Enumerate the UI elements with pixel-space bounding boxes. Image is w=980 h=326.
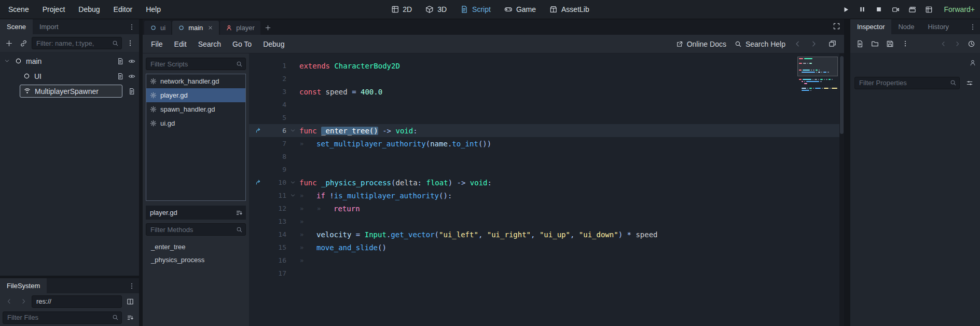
minimap-viewport[interactable]: [797, 57, 838, 76]
workspace-2d[interactable]: 2D: [385, 3, 418, 16]
script-item-player-gd[interactable]: player.gd: [146, 88, 245, 102]
tab-scene[interactable]: Scene: [0, 19, 33, 34]
filter-methods-input[interactable]: [146, 223, 246, 236]
property-options-button[interactable]: [963, 76, 976, 89]
vertical-scrollbar[interactable]: [839, 53, 844, 326]
code-line-2[interactable]: 2: [249, 72, 844, 85]
code-line-1[interactable]: 1extends CharacterBody2D: [249, 59, 844, 72]
scene-filter-input[interactable]: [32, 37, 122, 49]
script-item-spawn-handler-gd[interactable]: spawn_handler.gd: [146, 102, 245, 116]
code-line-16[interactable]: 16»: [249, 254, 844, 267]
movie-mode-button[interactable]: [888, 3, 903, 17]
current-path-field[interactable]: [32, 295, 122, 308]
pause-button[interactable]: [854, 3, 870, 17]
workspace-3d[interactable]: 3D: [420, 3, 452, 16]
method-sort-button[interactable]: [236, 209, 243, 216]
scene-node-multiplayerspawner[interactable]: MultiplayerSpawner: [0, 84, 139, 99]
history-back-button[interactable]: [3, 295, 16, 308]
distraction-free-button[interactable]: [833, 22, 840, 30]
script-menu-go-to[interactable]: Go To: [227, 40, 257, 48]
workspace-game[interactable]: Game: [499, 3, 542, 16]
play-custom-scene-button[interactable]: [921, 3, 936, 17]
add-node-button[interactable]: [3, 37, 16, 50]
code-line-12[interactable]: 12»»return: [249, 202, 844, 215]
code-line-8[interactable]: 8: [249, 150, 844, 163]
tab-import[interactable]: Import: [33, 19, 65, 34]
scrollbar-thumb[interactable]: [840, 56, 844, 134]
code-line-13[interactable]: 13»: [249, 215, 844, 228]
resource-options-button[interactable]: [899, 37, 912, 50]
scene-tab-ui[interactable]: ui: [144, 21, 171, 35]
renderer-selector[interactable]: Forward+: [944, 5, 975, 13]
script-menu-debug[interactable]: Debug: [257, 40, 290, 48]
menu-editor[interactable]: Editor: [107, 5, 140, 13]
scene-node-main[interactable]: main: [0, 53, 139, 69]
new-resource-button[interactable]: [853, 37, 866, 50]
code-line-7[interactable]: 7»set_multiplayer_authority(name.to_int(…: [249, 137, 844, 150]
file-sort-button[interactable]: [123, 311, 136, 324]
visibility-toggle-icon[interactable]: [128, 73, 135, 80]
fold-arrow-icon[interactable]: [286, 128, 299, 133]
script-icon[interactable]: [117, 58, 124, 65]
filter-files-input[interactable]: [3, 311, 122, 324]
code-line-11[interactable]: 11»if !is_multiplayer_authority():: [249, 189, 844, 202]
load-resource-button[interactable]: [868, 37, 881, 50]
scene-tab-main[interactable]: main: [172, 21, 219, 35]
script-menu-edit[interactable]: Edit: [169, 40, 192, 48]
code-editor[interactable]: 1extends CharacterBody2D23const speed = …: [249, 53, 844, 326]
new-scene-tab-button[interactable]: [261, 21, 275, 35]
script-forward-button[interactable]: [810, 40, 818, 48]
workspace-assetlib[interactable]: AssetLib: [544, 3, 595, 16]
code-line-5[interactable]: 5: [249, 111, 844, 124]
script-menu-search[interactable]: Search: [192, 40, 227, 48]
filter-properties-input[interactable]: [854, 77, 960, 89]
code-line-3[interactable]: 3const speed = 400.0: [249, 85, 844, 98]
script-menu-file[interactable]: File: [145, 40, 169, 48]
edit-history-button[interactable]: [965, 37, 978, 50]
menu-debug[interactable]: Debug: [72, 5, 106, 13]
workspace-script[interactable]: Script: [454, 3, 496, 16]
scene-node-ui[interactable]: UI: [0, 69, 139, 84]
fold-arrow-icon[interactable]: [286, 180, 299, 185]
code-line-14[interactable]: 14»velocity = Input.get_vector("ui_left"…: [249, 228, 844, 241]
float-panel-button[interactable]: [826, 37, 839, 50]
code-line-17[interactable]: 17: [249, 267, 844, 280]
dock-menu-button[interactable]: [967, 19, 978, 34]
code-line-15[interactable]: 15»move_and_slide(): [249, 241, 844, 254]
online-docs-button[interactable]: Online Docs: [676, 40, 726, 48]
scene-tree-menu-button[interactable]: [123, 37, 136, 50]
visibility-toggle-icon[interactable]: [128, 58, 135, 65]
method--physics-process[interactable]: _physics_process: [146, 253, 246, 266]
expander-icon[interactable]: [3, 58, 11, 64]
edit-back-button[interactable]: [937, 37, 950, 50]
stop-button[interactable]: [871, 3, 887, 17]
search-help-button[interactable]: Search Help: [735, 40, 785, 48]
dock-menu-button[interactable]: [126, 278, 137, 293]
code-line-6[interactable]: 6func _enter_tree() -> void:: [249, 124, 844, 137]
script-icon[interactable]: [128, 88, 135, 95]
tab-history[interactable]: History: [921, 19, 956, 34]
play-scene-button[interactable]: [904, 3, 920, 17]
script-icon[interactable]: [117, 73, 124, 80]
edit-forward-button[interactable]: [951, 37, 964, 50]
script-back-button[interactable]: [794, 40, 802, 48]
history-forward-button[interactable]: [17, 295, 30, 308]
menu-project[interactable]: Project: [36, 5, 72, 13]
scene-tab-player[interactable]: player: [220, 21, 260, 35]
code-line-10[interactable]: 10func _physics_process(delta: float) ->…: [249, 176, 844, 189]
play-button[interactable]: [838, 3, 853, 17]
fold-arrow-icon[interactable]: [286, 193, 299, 198]
split-mode-button[interactable]: [123, 295, 136, 308]
close-tab-icon[interactable]: [208, 25, 213, 31]
instantiate-scene-button[interactable]: [17, 37, 30, 50]
tab-inspector[interactable]: Inspector: [850, 19, 891, 34]
code-minimap[interactable]: [797, 56, 838, 102]
filter-scripts-input[interactable]: [146, 58, 246, 70]
method--enter-tree[interactable]: _enter_tree: [146, 240, 246, 253]
save-resource-button[interactable]: [884, 37, 896, 50]
dock-menu-button[interactable]: [126, 19, 137, 34]
script-item-network-handler-gd[interactable]: network_handler.gd: [146, 74, 245, 88]
tab-node[interactable]: Node: [891, 19, 921, 34]
menu-scene[interactable]: Scene: [2, 5, 36, 13]
code-line-9[interactable]: 9: [249, 163, 844, 176]
